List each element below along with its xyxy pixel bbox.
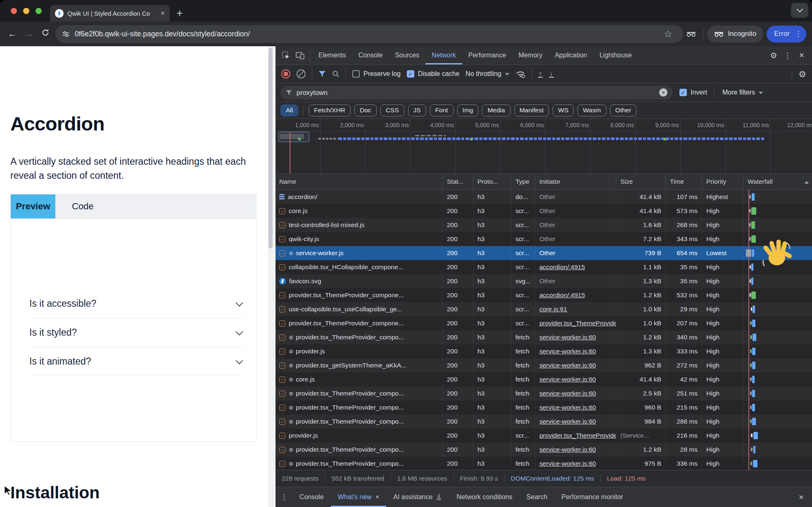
page-scrollbar-track[interactable] (268, 46, 275, 507)
initiator-link[interactable]: accordion/:4915 (539, 291, 585, 299)
network-request-row[interactable]: ‹›⚙provider.tsx_ThemeProvider_compo...20… (275, 457, 812, 470)
initiator-link[interactable]: service-worker.js:60 (539, 362, 596, 369)
filter-chip-media[interactable]: Media (482, 104, 510, 116)
accordion-item-trigger[interactable]: Is it accessible? (29, 289, 245, 318)
network-request-row[interactable]: ‹›provider.tsx_ThemeProvider_compone...2… (275, 316, 812, 330)
disable-cache-control[interactable]: ✓ Disable cache (407, 70, 460, 78)
new-tab-button[interactable]: + (176, 8, 183, 19)
initiator-link[interactable]: service-worker.js:60 (539, 404, 596, 411)
column-header-size[interactable]: Size (616, 174, 666, 190)
initiator-link[interactable]: service-worker.js:60 (539, 460, 596, 467)
disable-cache-checkbox[interactable]: ✓ (407, 70, 414, 78)
clear-network-log-icon[interactable] (297, 69, 306, 78)
devtools-tab-performance[interactable]: Performance (462, 46, 513, 64)
initiator-link[interactable]: accordion/:4915 (539, 263, 585, 271)
network-request-row[interactable]: ‹›use-collapsible.tsx_useCollapsible_ge.… (275, 302, 812, 316)
network-request-row[interactable]: favicon.svg200h3svg...Other1.3 kB35 msHi… (275, 274, 812, 288)
column-header-priority[interactable]: Priority (702, 174, 743, 190)
tab-code[interactable]: Code (55, 194, 110, 218)
tab-search-button[interactable] (791, 3, 808, 18)
network-request-row[interactable]: ‹›core.js200h3scr...Other41.4 kB573 msHi… (275, 204, 812, 218)
initiator-link[interactable]: service-worker.js:60 (539, 376, 596, 383)
devtools-settings-gear-icon[interactable]: ⚙ (767, 52, 781, 59)
column-header-initiator[interactable]: Initiator (535, 174, 616, 190)
browser-menu-icon[interactable]: ⋮ (795, 29, 802, 38)
search-icon[interactable] (332, 70, 340, 78)
filter-chip-doc[interactable]: Doc (354, 104, 377, 116)
devtools-menu-icon[interactable]: ⋮ (781, 52, 795, 59)
filter-chip-wasm[interactable]: Wasm (577, 104, 606, 116)
filter-funnel-icon[interactable] (318, 71, 326, 77)
network-conditions-icon[interactable] (515, 70, 525, 78)
network-overview[interactable]: 1,000 ms2,000 ms3,000 ms4,000 ms5,000 ms… (275, 119, 812, 174)
preserve-log-checkbox[interactable] (352, 70, 360, 78)
network-request-row[interactable]: ‹›provider.js200h3scr...provider.tsx_The… (275, 429, 812, 443)
filter-chip-manifest[interactable]: Manifest (514, 104, 549, 116)
column-header-stat[interactable]: Stat... (443, 174, 473, 190)
bookmark-star-icon[interactable]: ☆ (664, 28, 679, 40)
page-scrollbar-thumb[interactable] (268, 48, 273, 249)
export-har-icon[interactable]: ↓ (549, 70, 554, 78)
network-request-row[interactable]: accordion/200h3do...Other41.4 kB107 msHi… (275, 190, 812, 204)
import-har-icon[interactable]: ↑ (538, 70, 543, 78)
invert-filter-control[interactable]: ✓ Invert (679, 89, 707, 96)
reload-button[interactable] (39, 28, 52, 39)
initiator-link[interactable]: service-worker.js:60 (539, 418, 596, 425)
close-window-button[interactable] (11, 8, 17, 14)
column-header-proto[interactable]: Proto... (473, 174, 511, 190)
column-header-type[interactable]: Type (511, 174, 535, 190)
back-button[interactable]: ← (6, 28, 19, 39)
column-header-time[interactable]: Time (666, 174, 702, 190)
filter-chip-img[interactable]: Img (457, 104, 479, 116)
initiator-link[interactable]: service-worker.js:60 (539, 446, 596, 453)
drawer-tab-performance-monitor[interactable]: Performance monitor (554, 487, 630, 507)
error-button[interactable]: Error ⋮ (767, 26, 806, 43)
network-request-row[interactable]: ‹›⚙core.js200h3fetchservice-worker.js:60… (275, 372, 812, 386)
drawer-tab-what-s-new[interactable]: What's new× (331, 487, 387, 507)
devtools-tab-elements[interactable]: Elements (312, 46, 352, 64)
filter-chip-ws[interactable]: WS (553, 104, 574, 116)
devtools-tab-application[interactable]: Application (548, 46, 593, 64)
address-bar[interactable]: 0f6e2f0b.qwik-ui-site.pages.dev/docs/sty… (55, 25, 683, 43)
network-request-row[interactable]: ‹›⚙provider.js200h3fetchservice-worker.j… (275, 344, 812, 358)
tab-close-icon[interactable]: × (159, 9, 166, 17)
minimize-window-button[interactable] (23, 8, 29, 14)
network-request-row[interactable]: ‹›⚙provider.tsx_ThemeProvider_compo...20… (275, 400, 812, 415)
invert-checkbox[interactable]: ✓ (679, 89, 687, 96)
network-request-row[interactable]: ‹›⚙provider.tsx_ThemeProvider_compo...20… (275, 386, 812, 400)
browser-tab[interactable]: Qwik UI | Styled Accordion Co × (50, 5, 170, 21)
devtools-tab-network[interactable]: Network (425, 46, 462, 64)
drawer-tab-network-conditions[interactable]: Network conditions (449, 487, 519, 507)
column-header-name[interactable]: Name (275, 174, 443, 190)
zoom-window-button[interactable] (36, 8, 42, 14)
network-request-row[interactable]: ‹›⚙provider.tsx_getSystemTheme_aKkA...20… (275, 358, 812, 372)
drawer-tab-search[interactable]: Search (520, 487, 555, 507)
filter-chip-font[interactable]: Font (430, 104, 453, 116)
record-network-log-button[interactable] (281, 69, 290, 78)
network-request-row[interactable]: ‹›⚙provider.tsx_ThemeProvider_compo...20… (275, 330, 812, 344)
initiator-link[interactable]: service-worker.js:60 (539, 390, 596, 397)
initiator-link[interactable]: service-worker.js:60 (539, 334, 596, 341)
filter-chip-all[interactable]: All (280, 104, 298, 116)
network-request-row[interactable]: ‹›⚙provider.tsx_ThemeProvider_compo...20… (275, 415, 812, 429)
network-request-row[interactable]: ‹›⚙service-worker.js200h3scr...Other739 … (275, 246, 812, 260)
devtools-tab-console[interactable]: Console (352, 46, 389, 64)
devtools-tab-sources[interactable]: Sources (389, 46, 425, 64)
inspect-element-icon[interactable] (279, 51, 293, 59)
filter-input[interactable]: proxytown × (280, 86, 673, 100)
device-toolbar-icon[interactable] (293, 52, 307, 59)
network-request-row[interactable]: ‹›provider.tsx_ThemeProvider_compone...2… (275, 288, 812, 302)
drawer-tab-ai-assistance[interactable]: AI assistance (386, 487, 449, 507)
accordion-item-trigger[interactable]: Is it animated? (29, 347, 245, 376)
network-settings-gear-icon[interactable]: ⚙ (798, 70, 806, 78)
network-request-row[interactable]: ‹›⚙provider.tsx_ThemeProvider_compo...20… (275, 443, 812, 457)
more-filters-button[interactable]: More filters (722, 89, 763, 96)
initiator-link[interactable]: provider.tsx_ThemeProvider_com (539, 432, 616, 439)
clear-filter-icon[interactable]: × (659, 88, 667, 97)
initiator-link[interactable]: service-worker.js:60 (539, 348, 596, 355)
drawer-close-icon[interactable]: × (799, 492, 807, 502)
initiator-link[interactable]: provider.tsx_ThemeProvider_com (539, 320, 616, 327)
forward-button[interactable]: → (22, 28, 36, 39)
filter-chip-css[interactable]: CSS (380, 104, 404, 116)
column-header-waterfall[interactable]: Waterfall (743, 174, 812, 190)
